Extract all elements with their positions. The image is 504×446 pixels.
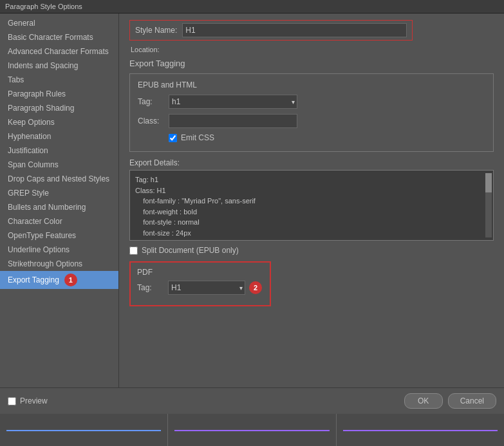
sidebar-item-para-shading[interactable]: Paragraph Shading [0, 101, 118, 115]
pdf-panel: PDF Tag: H1 2 [129, 261, 271, 306]
preview-line-3 [343, 430, 498, 431]
sidebar-export-label: Export Tagging [8, 275, 59, 284]
style-name-label: Style Name: [135, 26, 177, 35]
sidebar-badge: 1 [64, 274, 77, 286]
tag-select-wrapper: h1 [169, 95, 297, 109]
class-row: Class: [138, 114, 485, 128]
action-buttons: OK Cancel [404, 393, 496, 409]
sidebar-item-hyphenation[interactable]: Hyphenation [0, 129, 118, 144]
tag-label: Tag: [138, 97, 169, 106]
preview-strip [0, 414, 504, 446]
sidebar-item-basic-char[interactable]: Basic Character Formats [0, 30, 118, 44]
main-content: Style Name: Location: Export Tagging EPU… [119, 14, 504, 387]
preview-label: Preview [20, 396, 48, 405]
pdf-area: PDF Tag: H1 2 [Automatic] P [129, 261, 494, 306]
location-label: Location: [129, 46, 494, 53]
emit-css-label: Emit CSS [181, 133, 214, 142]
preview-row: Preview [8, 396, 48, 405]
epub-html-title: EPUB and HTML [138, 80, 485, 89]
sidebar-item-export-tagging[interactable]: Export Tagging 1 [0, 271, 118, 289]
sidebar-item-grep-style[interactable]: GREP Style [0, 186, 118, 200]
split-doc-label: Split Document (EPUB only) [142, 246, 239, 255]
preview-checkbox[interactable] [8, 397, 16, 405]
scrollbar-thumb[interactable] [485, 173, 492, 192]
ok-button[interactable]: OK [404, 393, 443, 409]
sidebar-item-general[interactable]: General [0, 16, 118, 30]
split-doc-checkbox[interactable] [129, 246, 138, 255]
sidebar: General Basic Character Formats Advanced… [0, 14, 119, 387]
emit-css-row: Emit CSS [169, 133, 485, 142]
sidebar-item-adv-char[interactable]: Advanced Character Formats [0, 44, 118, 59]
pdf-tag-row: Tag: H1 2 [137, 281, 263, 295]
class-label: Class: [138, 116, 169, 125]
pdf-title: PDF [137, 268, 263, 277]
emit-css-checkbox[interactable] [169, 134, 177, 142]
pdf-tag-label: Tag: [137, 283, 168, 292]
sidebar-item-tabs[interactable]: Tabs [0, 73, 118, 87]
title-bar: Paragraph Style Options [0, 0, 504, 14]
paragraph-style-dialog: Paragraph Style Options General Basic Ch… [0, 0, 504, 446]
style-name-input[interactable] [182, 23, 407, 37]
sidebar-item-drop-caps[interactable]: Drop Caps and Nested Styles [0, 172, 118, 186]
epub-html-panel: EPUB and HTML Tag: h1 Class: Emit CSS [129, 73, 494, 152]
export-details-box: Tag: h1 Class: H1 font-family : "Myriad … [129, 170, 494, 241]
sidebar-item-bullets[interactable]: Bullets and Numbering [0, 200, 118, 214]
preview-seg-1 [0, 414, 168, 446]
style-name-row: Style Name: [129, 20, 413, 41]
tag-row: Tag: h1 [138, 95, 485, 109]
sidebar-item-opentype[interactable]: OpenType Features [0, 228, 118, 243]
dialog-title: Paragraph Style Options [5, 3, 82, 10]
export-details-content: Tag: h1 Class: H1 font-family : "Myriad … [135, 176, 256, 241]
preview-line-2 [174, 430, 329, 431]
split-doc-row: Split Document (EPUB only) [129, 246, 494, 255]
preview-line-1 [6, 430, 161, 431]
scrollbar[interactable] [485, 173, 492, 237]
cancel-button[interactable]: Cancel [448, 393, 496, 409]
preview-seg-3 [337, 414, 504, 446]
sidebar-item-strikethrough[interactable]: Strikethrough Options [0, 257, 118, 271]
sidebar-item-indents[interactable]: Indents and Spacing [0, 59, 118, 73]
sidebar-item-para-rules[interactable]: Paragraph Rules [0, 87, 118, 101]
preview-seg-2 [168, 414, 336, 446]
pdf-tag-select[interactable]: H1 [168, 281, 245, 295]
sidebar-item-underline[interactable]: Underline Options [0, 243, 118, 257]
pdf-badge: 2 [249, 281, 262, 294]
tag-select[interactable]: h1 [169, 95, 297, 109]
class-input[interactable] [169, 114, 297, 128]
sidebar-item-justification[interactable]: Justification [0, 144, 118, 158]
pdf-tag-select-wrapper: H1 [168, 281, 245, 295]
sidebar-item-span-columns[interactable]: Span Columns [0, 158, 118, 172]
export-details-heading: Export Details: [129, 158, 494, 167]
bottom-bar: Preview OK Cancel [0, 387, 504, 414]
sidebar-item-char-color[interactable]: Character Color [0, 214, 118, 228]
sidebar-item-keep-options[interactable]: Keep Options [0, 115, 118, 129]
section-heading: Export Tagging [129, 59, 494, 68]
